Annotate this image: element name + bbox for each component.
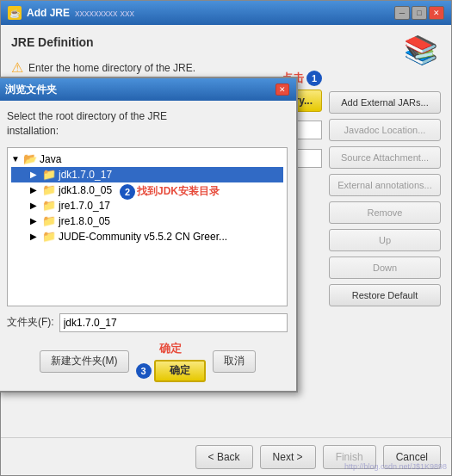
title-controls: ─ □ ✕ xyxy=(394,6,444,20)
title-bar-left: ☕ Add JRE xxxxxxxxx xxx xyxy=(8,6,134,20)
step3-badge: 3 xyxy=(136,363,152,379)
folder-path-row: 文件夹(F): xyxy=(7,313,288,332)
tree-item-jude[interactable]: ▶ 📁 JUDE-Community v5.5.2 CN Greer... xyxy=(11,229,283,244)
watermark: http://blog.csdn.net/J$1K9898 xyxy=(344,462,447,471)
maximize-button[interactable]: □ xyxy=(412,6,427,20)
books-decoration: 📚 xyxy=(404,34,438,66)
dialog-buttons: 新建文件夹(M) 确定 3 确定 取消 xyxy=(7,341,288,382)
right-panel: Add External JARs... Javadoc Location...… xyxy=(329,90,441,427)
new-folder-button[interactable]: 新建文件夹(M) xyxy=(40,350,129,373)
folder-path-input[interactable] xyxy=(59,313,288,332)
restore-default-button[interactable]: Restore Default xyxy=(329,284,441,306)
dialog-title-text: 浏览文件夹 xyxy=(5,83,57,97)
dialog-instruction: Select the root directory of the JRE ins… xyxy=(7,109,288,139)
ok-row: 3 确定 xyxy=(136,360,206,382)
main-window: ☕ Add JRE xxxxxxxxx xxx ─ □ ✕ 📚 JRE Defi… xyxy=(0,0,452,476)
folder-path-label: 文件夹(F): xyxy=(7,315,54,330)
step3-area: 确定 3 确定 xyxy=(136,341,206,382)
up-button[interactable]: Up xyxy=(329,229,441,251)
tree-arrow-jdk180: ▶ xyxy=(30,185,42,195)
step1-badge: 1 xyxy=(306,71,322,86)
tree-label-jre170: jre1.7.0_17 xyxy=(59,200,110,212)
close-button[interactable]: ✕ xyxy=(429,6,444,20)
add-external-jars-button[interactable]: Add External JARs... xyxy=(329,91,441,114)
tree-arrow-jre170: ▶ xyxy=(30,201,42,210)
tree-item-java[interactable]: ▼ 📂 Java xyxy=(11,151,283,167)
title-bar: ☕ Add JRE xxxxxxxxx xxx ─ □ ✕ xyxy=(1,1,451,25)
warning-row: ⚠ Enter the home directory of the JRE. xyxy=(11,59,441,76)
browse-folder-dialog: 浏览文件夹 ✕ Select the root directory of the… xyxy=(0,77,298,393)
tree-item-jdk180[interactable]: ▶ 📁 jdk1.8.0_05 xyxy=(11,182,283,198)
remove-button[interactable]: Remove xyxy=(329,201,441,224)
content-area: 📚 JRE Definition ⚠ Enter the home direct… xyxy=(1,25,451,437)
tree-item-jre170[interactable]: ▶ 📁 jre1.7.0_17 xyxy=(11,198,283,213)
next-button[interactable]: Next > xyxy=(260,445,316,469)
dialog-title-bar: 浏览文件夹 ✕ xyxy=(0,78,296,101)
folder-open-icon-java: 📂 xyxy=(23,153,37,165)
external-annotations-button[interactable]: External annotations... xyxy=(329,174,441,196)
section-title: JRE Definition xyxy=(11,35,441,49)
window-title: Add JRE xyxy=(27,7,70,19)
tree-label-jre180: jre1.8.0_05 xyxy=(59,215,110,227)
tree-item-jre180[interactable]: ▶ 📁 jre1.8.0_05 xyxy=(11,213,283,229)
folder-icon-jre180: 📁 xyxy=(42,215,56,227)
folder-icon-jdk170: 📁 xyxy=(42,169,56,181)
folder-icon-jre170: 📁 xyxy=(42,200,56,212)
tree-label-jude: JUDE-Community v5.5.2 CN Greer... xyxy=(59,231,227,243)
down-button[interactable]: Down xyxy=(329,257,441,279)
tree-arrow-jre180: ▶ xyxy=(30,216,42,226)
cancel-button[interactable]: 取消 xyxy=(213,350,256,373)
folder-icon-jude: 📁 xyxy=(42,231,56,243)
minimize-button[interactable]: ─ xyxy=(394,6,410,20)
source-attachment-button[interactable]: Source Attachment... xyxy=(329,146,441,169)
dialog-content: Select the root directory of the JRE ins… xyxy=(0,101,296,391)
file-tree[interactable]: ▼ 📂 Java ▶ 📁 jdk1.7.0_17 2 xyxy=(7,147,288,306)
javadoc-location-button[interactable]: Javadoc Location... xyxy=(329,119,441,141)
dialog-close-button[interactable]: ✕ xyxy=(276,83,289,96)
window-icon: ☕ xyxy=(8,6,22,20)
back-button[interactable]: < Back xyxy=(195,445,253,469)
warning-text: Enter the home directory of the JRE. xyxy=(28,62,195,74)
bottom-nav: http://blog.csdn.net/J$1K9898 < Back Nex… xyxy=(1,437,451,475)
ok-button[interactable]: 确定 xyxy=(154,360,206,382)
tree-arrow-jude: ▶ xyxy=(30,232,42,241)
tree-arrow-jdk170: ▶ xyxy=(30,170,42,179)
tree-label-java: Java xyxy=(40,153,61,165)
folder-icon-jdk180: 📁 xyxy=(42,184,56,196)
confirm-label: 确定 xyxy=(159,341,182,356)
tree-arrow-java: ▼ xyxy=(11,154,23,164)
window-title-extra: xxxxxxxxx xxx xyxy=(75,8,134,18)
tree-label-jdk180: jdk1.8.0_05 xyxy=(59,184,112,196)
tree-item-jdk170[interactable]: ▶ 📁 jdk1.7.0_17 xyxy=(11,167,283,182)
warning-icon: ⚠ xyxy=(11,59,23,76)
tree-label-jdk170: jdk1.7.0_17 xyxy=(59,169,112,181)
